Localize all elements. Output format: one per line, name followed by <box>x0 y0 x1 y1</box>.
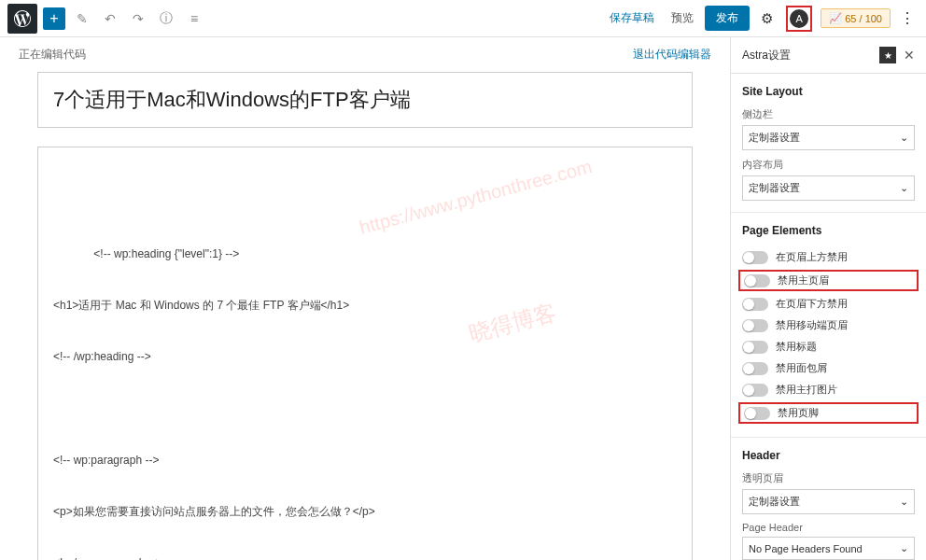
toggle-switch[interactable] <box>742 251 768 264</box>
content-layout-select[interactable]: 定制器设置⌄ <box>742 175 915 201</box>
watermark: 晓得博客 <box>462 287 562 359</box>
toggle-label: 在页眉上方禁用 <box>776 250 848 264</box>
outline-icon[interactable]: ≡ <box>183 7 205 30</box>
toggle-label: 禁用标题 <box>776 340 817 354</box>
page-elements-heading: Page Elements <box>742 224 915 237</box>
toggle-row: 在页眉下方禁用 <box>742 293 915 315</box>
content-layout-label: 内容布局 <box>742 158 915 172</box>
yoast-score-badge[interactable]: 📈65 / 100 <box>821 8 891 28</box>
site-layout-heading: Site Layout <box>742 85 915 98</box>
editing-code-label: 正在编辑代码 <box>19 47 86 63</box>
more-options-icon[interactable]: ⋮ <box>896 7 919 30</box>
preview-button[interactable]: 预览 <box>666 10 699 26</box>
toggle-row: 禁用主页眉 <box>738 270 919 291</box>
watermark: https://www.pythonthree.com <box>354 146 596 249</box>
editor-main: 正在编辑代码 退出代码编辑器 7个适用于Mac和Windows的FTP客户端 h… <box>0 37 730 560</box>
toggle-switch[interactable] <box>742 362 768 375</box>
toggle-switch[interactable] <box>742 384 768 397</box>
settings-gear-icon[interactable]: ⚙ <box>755 7 778 30</box>
chart-icon: 📈 <box>829 12 842 24</box>
post-title-input[interactable]: 7个适用于Mac和Windows的FTP客户端 <box>37 72 693 128</box>
page-header-label: Page Header <box>742 522 915 533</box>
wordpress-logo-icon[interactable] <box>7 4 37 34</box>
toggle-row: 禁用主打图片 <box>742 379 915 400</box>
astra-settings-sidebar: Astra设置 ★ ✕ Site Layout 侧边栏 定制器设置⌄ 内容布局 … <box>730 37 926 560</box>
toggle-switch[interactable] <box>742 298 768 311</box>
toggle-label: 禁用主打图片 <box>776 383 837 397</box>
pencil-icon[interactable]: ✎ <box>71 7 93 30</box>
chevron-down-icon: ⌄ <box>900 132 908 144</box>
toggle-switch[interactable] <box>744 407 770 420</box>
star-icon[interactable]: ★ <box>879 47 896 63</box>
toggle-row: 禁用移动端页眉 <box>742 315 915 336</box>
toggle-label: 禁用主页眉 <box>778 273 829 287</box>
info-icon[interactable]: ⓘ <box>155 7 177 30</box>
toggle-switch[interactable] <box>742 341 768 354</box>
header-heading: Header <box>742 449 915 462</box>
toggle-switch[interactable] <box>744 274 770 287</box>
save-draft-button[interactable]: 保存草稿 <box>604 10 660 26</box>
transparent-header-label: 透明页眉 <box>742 471 915 485</box>
sidebar-label: 侧边栏 <box>742 107 915 121</box>
toggle-row: 禁用页脚 <box>738 402 919 424</box>
publish-button[interactable]: 发布 <box>705 6 750 31</box>
toggle-row: 在页眉上方禁用 <box>742 246 915 268</box>
toggle-label: 禁用移动端页眉 <box>776 318 848 332</box>
page-header-select[interactable]: No Page Headers Found⌄ <box>742 537 915 560</box>
toggle-switch[interactable] <box>742 319 768 332</box>
add-block-button[interactable]: + <box>43 7 65 30</box>
transparent-header-select[interactable]: 定制器设置⌄ <box>742 489 915 514</box>
astra-settings-button[interactable]: A <box>786 6 812 32</box>
chevron-down-icon: ⌄ <box>900 542 908 554</box>
sidebar-title: Astra设置 <box>742 48 791 63</box>
code-editor-textarea[interactable]: https://www.pythonthree.com 晓得博客 <!-- wp… <box>37 147 693 560</box>
sidebar-select[interactable]: 定制器设置⌄ <box>742 125 915 150</box>
toggle-row: 禁用面包屑 <box>742 357 915 379</box>
top-toolbar: + ✎ ↶ ↷ ⓘ ≡ 保存草稿 预览 发布 ⚙ A 📈65 / 100 ⋮ <box>0 0 926 37</box>
close-icon[interactable]: ✕ <box>904 48 915 63</box>
toggle-row: 禁用标题 <box>742 336 915 357</box>
toggle-label: 禁用页脚 <box>778 406 819 420</box>
redo-icon[interactable]: ↷ <box>127 7 149 30</box>
astra-icon: A <box>790 9 808 28</box>
toggle-label: 禁用面包屑 <box>776 361 827 375</box>
undo-icon[interactable]: ↶ <box>99 7 121 30</box>
toggle-label: 在页眉下方禁用 <box>776 297 848 311</box>
chevron-down-icon: ⌄ <box>900 182 908 194</box>
exit-code-editor-link[interactable]: 退出代码编辑器 <box>633 47 711 63</box>
chevron-down-icon: ⌄ <box>900 496 908 508</box>
